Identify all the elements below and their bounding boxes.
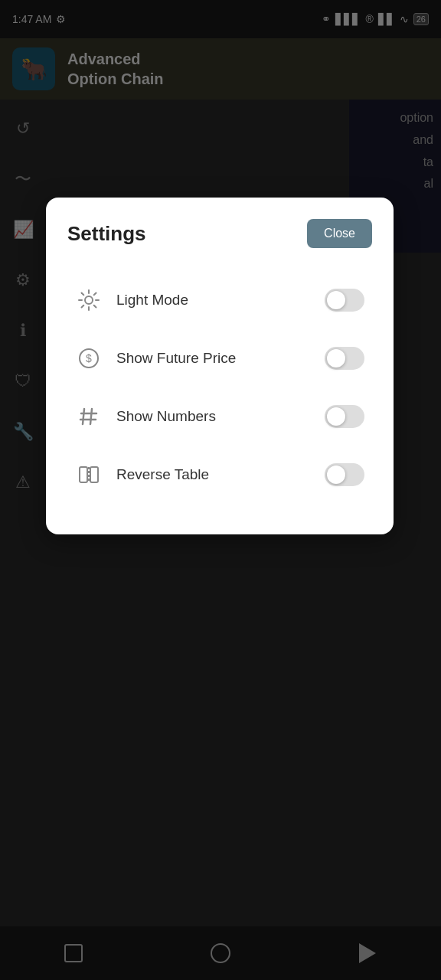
reverse-table-icon xyxy=(75,461,103,488)
toggle-thumb xyxy=(327,349,345,368)
toggle-thumb xyxy=(327,466,345,484)
toggle-thumb xyxy=(327,291,345,309)
svg-line-7 xyxy=(94,293,96,296)
dollar-icon: $ xyxy=(75,345,103,372)
modal-header: Settings Close xyxy=(67,219,372,248)
reverse-table-label: Reverse Table xyxy=(116,466,311,483)
setting-row-show-future-price: $ Show Future Price xyxy=(67,329,372,387)
sun-icon xyxy=(75,286,103,314)
svg-rect-16 xyxy=(90,467,98,482)
show-future-price-label: Show Future Price xyxy=(116,350,311,367)
settings-list: Light Mode $ Show Future Price xyxy=(67,271,372,504)
show-numbers-toggle[interactable] xyxy=(325,405,364,428)
light-mode-toggle[interactable] xyxy=(325,289,364,312)
svg-line-5 xyxy=(82,293,84,296)
svg-point-0 xyxy=(85,296,93,304)
svg-text:$: $ xyxy=(86,352,92,364)
show-future-price-toggle[interactable] xyxy=(325,347,364,370)
show-numbers-label: Show Numbers xyxy=(116,408,311,425)
setting-row-reverse-table: Reverse Table xyxy=(67,446,372,504)
svg-line-8 xyxy=(82,305,84,308)
setting-row-show-numbers: Show Numbers xyxy=(67,387,372,446)
modal-title: Settings xyxy=(67,222,146,246)
settings-modal: Settings Close Light Mode xyxy=(46,198,394,534)
svg-rect-15 xyxy=(80,467,87,482)
toggle-thumb xyxy=(327,407,345,426)
hash-icon xyxy=(75,403,103,430)
svg-line-12 xyxy=(90,409,92,424)
light-mode-label: Light Mode xyxy=(116,292,311,309)
setting-row-light-mode: Light Mode xyxy=(67,271,372,329)
close-button[interactable]: Close xyxy=(307,219,372,248)
svg-line-6 xyxy=(94,305,96,308)
svg-line-11 xyxy=(83,409,84,424)
reverse-table-toggle[interactable] xyxy=(325,463,364,486)
